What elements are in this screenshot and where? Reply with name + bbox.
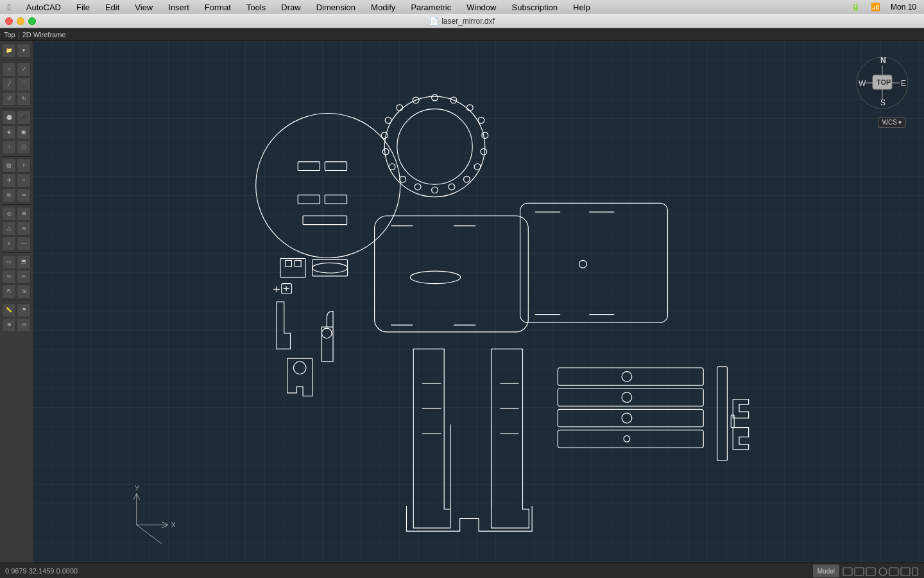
tool-row-12: △ ≋: [2, 222, 31, 236]
grid-tool[interactable]: ⊞: [17, 207, 31, 221]
wifi-icon: 📶: [868, 2, 883, 12]
separator-1: [3, 60, 31, 60]
measure-tool[interactable]: 📏: [2, 303, 16, 317]
hatch-tool[interactable]: ▨: [2, 159, 16, 173]
dim-tool[interactable]: △: [2, 222, 16, 236]
options-tool[interactable]: ▼: [17, 44, 31, 58]
svg-rect-4: [325, 195, 346, 204]
svg-rect-38: [280, 258, 305, 277]
compass-center[interactable]: TOP: [877, 78, 891, 86]
sphere-tool[interactable]: ⬤: [2, 110, 16, 125]
redo-tool[interactable]: ↻: [17, 92, 31, 106]
svg-rect-26: [375, 216, 529, 332]
svg-point-59: [622, 372, 632, 382]
view-menu[interactable]: View: [132, 2, 155, 13]
insert-menu[interactable]: Insert: [166, 2, 192, 13]
tool-row-5: ⬤ ⬛: [2, 110, 31, 125]
box-tool[interactable]: ⬛: [17, 110, 31, 125]
svg-line-73: [162, 525, 168, 528]
extend-tool[interactable]: ⇲: [17, 285, 31, 299]
dash-tool[interactable]: —: [17, 236, 31, 250]
status-icons: [842, 565, 919, 577]
surface-tool[interactable]: ⬡: [17, 140, 31, 154]
format-menu[interactable]: Format: [202, 2, 234, 13]
slope-tool[interactable]: ≋: [17, 222, 31, 236]
window-menu[interactable]: Window: [464, 2, 499, 13]
ucs-tool[interactable]: ⊕: [2, 318, 16, 332]
view-name[interactable]: Top: [4, 31, 15, 39]
tool-row-9: ✛ ○: [2, 173, 31, 188]
separator-4: [3, 204, 31, 205]
apple-menu[interactable]: : [5, 2, 13, 13]
camera-tool[interactable]: ⊙: [17, 318, 31, 332]
copy-tool[interactable]: ⧉: [2, 188, 16, 202]
tool-row-14: ▭ ⬒: [2, 255, 31, 269]
svg-point-63: [622, 413, 632, 423]
maximize-button[interactable]: [28, 17, 36, 25]
minimize-button[interactable]: [17, 17, 24, 25]
block-tool[interactable]: ⬒: [17, 255, 31, 269]
svg-point-23: [385, 117, 391, 123]
tool-row-17: 📏 ⚑: [2, 303, 31, 317]
svg-point-13: [481, 148, 487, 155]
folder-tool[interactable]: 📁: [2, 44, 16, 58]
svg-point-65: [624, 435, 630, 442]
svg-rect-83: [843, 568, 852, 575]
svg-text:Y: Y: [135, 484, 139, 492]
layer-tool[interactable]: ▭: [2, 255, 16, 269]
text-tool[interactable]: T: [17, 159, 31, 173]
svg-point-49: [321, 328, 332, 338]
subscription-menu[interactable]: Subscription: [509, 2, 560, 13]
svg-point-61: [622, 392, 632, 403]
extrude-tool[interactable]: ↑: [2, 140, 16, 154]
svg-point-6: [384, 96, 485, 197]
view3d-tool[interactable]: ◈: [2, 125, 16, 139]
plus-minus-tool[interactable]: ±: [2, 236, 16, 250]
move-tool[interactable]: ✛: [2, 173, 16, 188]
draw-menu[interactable]: Draw: [278, 2, 303, 13]
edit-menu[interactable]: Edit: [103, 2, 122, 13]
model-tab[interactable]: Model: [813, 565, 839, 577]
svg-point-8: [432, 94, 438, 101]
svg-point-11: [478, 117, 484, 123]
add-tool[interactable]: +: [2, 62, 16, 76]
svg-point-35: [579, 260, 587, 268]
main-content: 📁 ▼ + ⤢ ╱ ⌒ ↺ ↻ ⬤ ⬛: [0, 41, 924, 563]
close-button[interactable]: [5, 17, 13, 25]
tool-row-13: ± —: [2, 236, 31, 250]
statusbar-right: Model: [813, 565, 919, 577]
stretch-tool[interactable]: ⇱: [2, 285, 16, 299]
line-tool[interactable]: ╱: [2, 77, 16, 91]
dimension-menu[interactable]: Dimension: [314, 2, 358, 13]
tools-menu[interactable]: Tools: [244, 2, 268, 13]
svg-rect-39: [286, 260, 292, 267]
parametric-menu[interactable]: Parametric: [408, 2, 454, 13]
display-mode[interactable]: 2D Wireframe: [22, 31, 66, 39]
file-menu[interactable]: File: [74, 2, 92, 13]
arc-tool[interactable]: ⌒: [17, 77, 31, 91]
svg-rect-1: [298, 162, 320, 171]
clock: Mon 10: [888, 2, 919, 12]
svg-line-71: [137, 493, 140, 500]
mirror-tool[interactable]: ⇔: [17, 188, 31, 202]
undo-tool[interactable]: ↺: [2, 92, 16, 106]
svg-rect-60: [558, 389, 703, 406]
separator-5: [3, 252, 31, 253]
render-tool[interactable]: ▣: [17, 125, 31, 139]
file-icon: 📄: [429, 17, 439, 26]
edit-tool[interactable]: ✏: [2, 270, 16, 284]
annotate-tool[interactable]: ⚑: [17, 303, 31, 317]
svg-point-21: [382, 148, 389, 155]
svg-point-7: [397, 109, 472, 184]
tool-row-7: ↑ ⬡: [2, 140, 31, 154]
autocad-menu[interactable]: AutoCAD: [24, 2, 64, 13]
snap-tool[interactable]: ◎: [2, 207, 16, 221]
modify-menu[interactable]: Modify: [368, 2, 398, 13]
coords-display: 0.9679 32.1459 0.0000: [5, 567, 78, 575]
help-menu[interactable]: Help: [570, 2, 593, 13]
canvas-area[interactable]: Y X N S E W TOP: [33, 41, 924, 563]
trim-tool[interactable]: ✂: [17, 270, 31, 284]
rotate-tool[interactable]: ○: [17, 173, 31, 188]
wcs-button[interactable]: WCS ▾: [878, 117, 906, 128]
cursor-tool[interactable]: ⤢: [17, 62, 31, 76]
